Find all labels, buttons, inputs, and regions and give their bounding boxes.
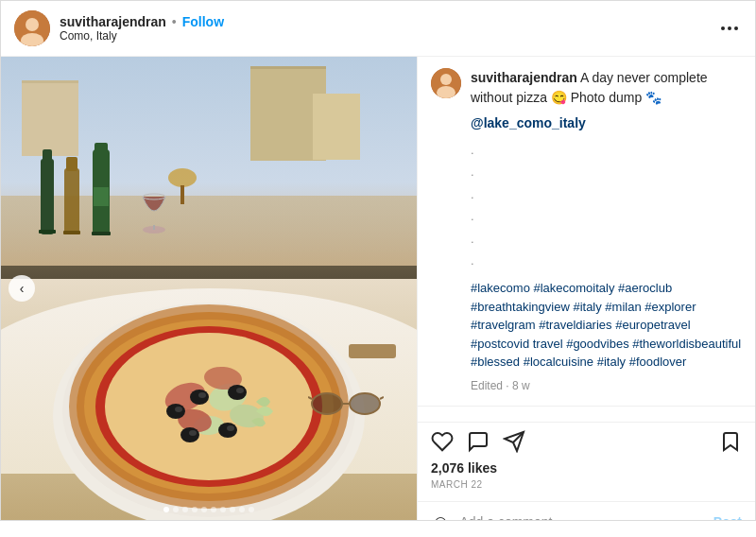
avatar[interactable] (14, 10, 50, 46)
svg-point-33 (198, 392, 206, 398)
bookmark-button[interactable] (719, 430, 742, 453)
comment-icon (467, 430, 490, 453)
location: Como, Italy (60, 29, 717, 43)
sunglasses (308, 390, 384, 418)
pizza-svg (39, 208, 379, 520)
like-button[interactable] (431, 430, 454, 453)
svg-line-43 (308, 397, 312, 399)
caption-row: suvitharajendran A day never complete wi… (431, 68, 742, 394)
dot-line-3: . (471, 183, 742, 205)
post-date: March 22 (431, 479, 742, 490)
image-dot-6[interactable] (211, 507, 216, 512)
share-icon (503, 430, 525, 453)
svg-line-44 (380, 397, 384, 399)
svg-point-40 (312, 393, 342, 414)
post-comment-button[interactable]: Post (713, 514, 742, 520)
dot-line-1: . (471, 139, 742, 161)
add-comment-row: ☺ Post (418, 501, 755, 520)
actions-bar: 2,076 likes March 22 (418, 422, 755, 501)
building-3 (313, 94, 360, 160)
dot-line-2: . (471, 161, 742, 182)
svg-point-46 (440, 74, 452, 85)
dot-line-4: . (471, 205, 742, 227)
dot-line-6: . (471, 250, 742, 271)
image-scene (1, 57, 417, 520)
svg-point-38 (180, 427, 199, 442)
svg-point-36 (218, 423, 237, 438)
svg-point-16 (168, 168, 197, 187)
ellipsis-icon (721, 26, 738, 30)
comment-item: K karthivikram93 😍😍😍 8 w 1 like Reply ♡ (418, 414, 755, 422)
image-dot-1[interactable] (163, 507, 169, 512)
prev-image-button[interactable]: ‹ (9, 275, 35, 302)
svg-point-34 (228, 385, 247, 400)
post-sidebar: suvitharajendran A day never complete wi… (417, 57, 755, 520)
image-dot-8[interactable] (230, 507, 235, 512)
header-username[interactable]: suvitharajendran (60, 14, 166, 29)
likes-count: 2,076 likes (431, 460, 742, 476)
bread-item (349, 344, 396, 358)
post-image: ‹ (1, 57, 417, 520)
caption-avatar[interactable] (431, 68, 461, 98)
image-dot-9[interactable] (239, 507, 245, 512)
image-dots (163, 507, 254, 512)
emoji-button[interactable]: ☺ (431, 511, 450, 520)
post-body: ‹ (1, 57, 755, 520)
follow-button[interactable]: Follow (182, 14, 224, 29)
like-icon (431, 430, 454, 453)
comment-button[interactable] (467, 430, 490, 453)
image-dot-4[interactable] (192, 507, 198, 512)
bookmark-icon (719, 430, 742, 453)
image-dot-3[interactable] (182, 507, 188, 512)
svg-point-35 (236, 388, 244, 393)
svg-point-31 (175, 407, 182, 412)
image-dot-10[interactable] (249, 507, 254, 512)
svg-point-37 (227, 425, 234, 431)
svg-rect-4 (43, 149, 52, 163)
svg-point-32 (190, 390, 209, 405)
share-button[interactable] (503, 430, 525, 453)
svg-rect-7 (66, 157, 77, 171)
post-container: suvitharajendran • Follow Como, Italy (0, 0, 756, 521)
svg-rect-12 (94, 187, 109, 206)
image-dot-5[interactable] (201, 507, 207, 512)
svg-rect-10 (94, 143, 108, 152)
caption-username[interactable]: suvitharajendran (471, 70, 577, 85)
hashtag-text: #lakecomo #lakecomoitaly #aeroclub #brea… (471, 279, 742, 372)
svg-point-39 (189, 430, 197, 436)
comments-section: K karthivikram93 😍😍😍 8 w 1 like Reply ♡ (418, 407, 755, 422)
edited-info: Edited · 8 w (471, 377, 742, 394)
caption-section: suvitharajendran A day never complete wi… (418, 57, 755, 407)
svg-point-30 (166, 404, 185, 419)
header-info: suvitharajendran • Follow Como, Italy (60, 14, 717, 43)
image-dot-2[interactable] (173, 507, 179, 512)
dot-separator: • (172, 14, 177, 29)
svg-point-1 (26, 18, 39, 31)
svg-rect-17 (180, 185, 184, 204)
svg-point-23 (105, 333, 313, 480)
post-header: suvitharajendran • Follow Como, Italy (1, 1, 755, 57)
svg-point-41 (350, 393, 380, 414)
image-dot-7[interactable] (220, 507, 226, 512)
caption-content: suvitharajendran A day never complete wi… (471, 68, 742, 394)
mention-link[interactable]: @lake_como_italy (471, 115, 586, 130)
action-icons-row (431, 430, 742, 453)
dot-line-5: . (471, 228, 742, 250)
username-row: suvitharajendran • Follow (60, 14, 717, 29)
comment-input[interactable] (459, 514, 713, 520)
more-options-button[interactable] (717, 23, 742, 34)
